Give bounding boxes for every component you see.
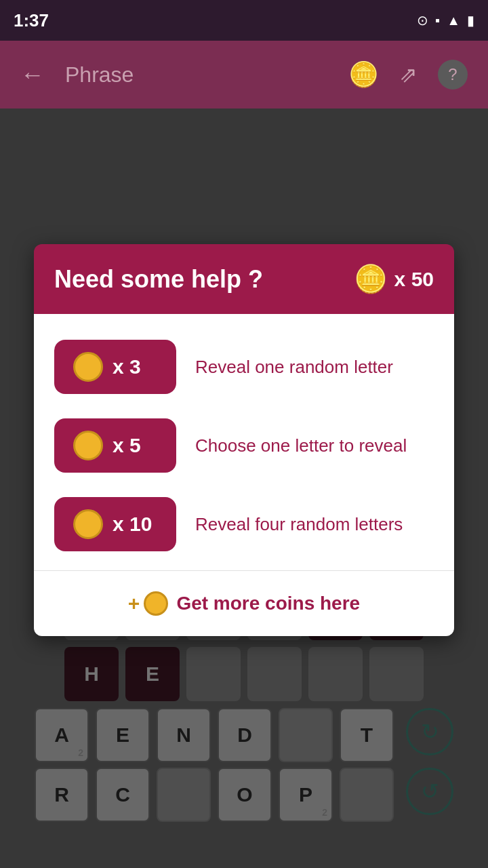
help-option-2[interactable]: x 5 Choose one letter to reveal	[34, 406, 454, 485]
cost-button-1[interactable]: x 3	[54, 340, 176, 394]
help-desc-1: Reveal one random letter	[195, 355, 434, 379]
dialog-title: Need some help ?	[54, 265, 263, 294]
cost-label-3: x 10	[113, 513, 152, 536]
help-desc-2: Choose one letter to reveal	[195, 433, 434, 458]
page-title: Phrase	[65, 62, 348, 87]
cost-label-2: x 5	[113, 434, 141, 457]
help-option-1[interactable]: x 3 Reveal one random letter	[34, 328, 454, 406]
status-time: 1:37	[14, 10, 49, 31]
game-area: Need some help ? 🪙 x 50 x 3 Reveal one r…	[0, 108, 488, 868]
coins-balance: x 50	[394, 268, 434, 291]
top-bar-actions: 🪙 ⇗ ?	[348, 60, 468, 90]
coin-icon-3	[73, 509, 103, 539]
help-desc-3: Reveal four random letters	[195, 512, 434, 536]
notification-icon: ⊙	[417, 12, 428, 28]
cost-button-2[interactable]: x 5	[54, 418, 176, 473]
get-more-label: Get more coins here	[176, 593, 360, 614]
coin-icon-2	[73, 431, 103, 460]
plus-coin-icon: +	[128, 591, 169, 616]
help-option-3[interactable]: x 10 Reveal four random letters	[34, 485, 454, 564]
coin-icon-1	[73, 352, 103, 382]
plus-icon: +	[128, 592, 140, 615]
dialog-body: x 3 Reveal one random letter x 5 Choose …	[34, 314, 454, 636]
back-button[interactable]: ←	[20, 60, 45, 89]
cost-label-1: x 3	[113, 355, 141, 378]
coin-small-icon	[144, 591, 168, 616]
status-bar: 1:37 ⊙ ▪ ▲ ▮	[0, 0, 488, 41]
signal-icon: ▲	[447, 13, 460, 28]
help-button[interactable]: ?	[438, 60, 468, 90]
dialog-coins: 🪙 x 50	[354, 263, 434, 295]
get-more-coins-button[interactable]: + Get more coins here	[34, 571, 454, 636]
coins-button[interactable]: 🪙	[348, 60, 379, 89]
battery-icon: ▮	[467, 12, 474, 28]
sim-icon: ▪	[435, 13, 440, 28]
dialog-header: Need some help ? 🪙 x 50	[34, 244, 454, 314]
share-button[interactable]: ⇗	[399, 62, 418, 87]
status-icons: ⊙ ▪ ▲ ▮	[417, 12, 474, 28]
help-dialog: Need some help ? 🪙 x 50 x 3 Reveal one r…	[34, 244, 454, 636]
cost-button-3[interactable]: x 10	[54, 497, 176, 551]
coins-stack-icon: 🪙	[354, 263, 388, 295]
top-bar: ← Phrase 🪙 ⇗ ?	[0, 41, 488, 108]
